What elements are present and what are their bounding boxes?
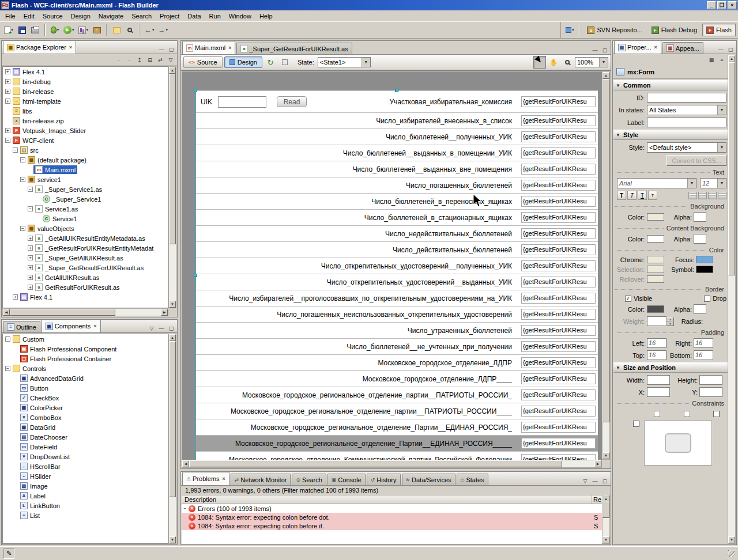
binding-value-field[interactable]: {getResultForUIKResu [521, 212, 596, 223]
state-select[interactable]: <State1> ▼ [318, 57, 371, 67]
canvas-hscrollbar[interactable]: ◀ ▶ [182, 460, 602, 468]
binding-value-field[interactable]: {getResultForUIKResu [521, 293, 596, 304]
zoom-mode-button[interactable] [561, 56, 574, 69]
padding-bottom-field[interactable]: 16 [694, 350, 713, 360]
form-item-label[interactable]: Число_погашенных_бюллетеней [406, 181, 512, 190]
binding-value-field[interactable]: {getResultForUIKResu [521, 260, 596, 271]
expand-icon[interactable]: + [28, 285, 33, 290]
drop-shadow-checkbox[interactable] [704, 296, 710, 302]
problems-vscrollbar[interactable]: ▲ ▼ [602, 495, 610, 544]
id-field[interactable] [647, 93, 726, 103]
scroll-down-icon[interactable]: ▼ [603, 452, 609, 459]
scroll-thumb[interactable] [189, 460, 562, 467]
binding-value-field[interactable]: {getResultForUIKResu [521, 341, 596, 352]
expand-icon[interactable]: + [5, 89, 10, 94]
tree-item[interactable]: ✓CheckBox [3, 393, 168, 403]
tree-item[interactable]: +aGetResultForUIKResult.as [3, 282, 168, 292]
collapse-icon[interactable]: − [5, 366, 10, 371]
align-left-button[interactable] [688, 192, 697, 199]
problem-row[interactable]: ×1084: Syntax error: expecting colon bef… [182, 513, 602, 521]
expand-icon[interactable]: + [13, 294, 18, 300]
tab-main-mxml[interactable]: m Main.mxml × [182, 41, 235, 54]
collapse-icon[interactable]: − [20, 157, 25, 162]
tab-states[interactable]: ◇States [457, 474, 488, 485]
scroll-right-icon[interactable]: ▶ [594, 460, 601, 467]
form-item-label[interactable]: Число_бюллетеней_в_стационарных_ящиках [364, 214, 512, 222]
form-row[interactable]: Число_открепительных_удостоверений__выда… [196, 274, 598, 290]
scroll-left-icon[interactable]: ◀ [182, 460, 189, 467]
tree-item[interactable]: −▦service1 [3, 175, 168, 184]
font-family-select[interactable]: Arial▼ [617, 178, 696, 188]
rollover-color-swatch[interactable] [647, 275, 664, 283]
tree-item[interactable]: mMain.mxml [3, 165, 168, 175]
close-icon[interactable]: × [93, 323, 96, 329]
forward-button[interactable]: →▾ [157, 24, 170, 36]
form-row[interactable]: Число_утраченных_бюллетеней{getResultFor… [196, 323, 598, 339]
scroll-thumb[interactable] [10, 309, 115, 316]
collapse-icon[interactable]: − [182, 506, 189, 511]
section-size-position[interactable]: ▼Size and Position [613, 362, 728, 373]
components-vscrollbar[interactable]: ▲ ▼ [168, 334, 176, 544]
maximize-view-icon[interactable]: ▢ [600, 476, 609, 485]
tab-package-explorer[interactable]: ▦ Package Explorer × [3, 40, 76, 54]
selection-handle[interactable] [194, 89, 197, 92]
minimize-view-icon[interactable]: — [716, 45, 725, 54]
content-background-alpha-field[interactable] [694, 234, 706, 244]
binding-value-field[interactable]: {getResultForUIKResu [521, 96, 596, 107]
visible-checkbox[interactable]: ✓ [625, 296, 631, 302]
bold-button[interactable]: T [617, 191, 626, 200]
form-row[interactable]: Число_бюллетеней__полученных_УИК{getResu… [196, 129, 598, 145]
minimize-view-icon[interactable]: — [157, 324, 166, 332]
column-resource[interactable]: Re [592, 495, 602, 504]
link-with-editor-icon[interactable]: ⇄ [156, 55, 165, 64]
font-size-select[interactable]: 12▼ [700, 178, 726, 188]
profile-button[interactable]: ▾ [77, 24, 91, 36]
border-alpha-field[interactable] [694, 304, 706, 314]
collapse-all-icon[interactable]: ⊟ [145, 55, 155, 64]
form-item-label[interactable]: Число_недействительных_бюллетеней [385, 230, 512, 238]
text-decoration-button[interactable]: T [648, 191, 657, 200]
tree-item[interactable]: ▨Image [3, 481, 168, 491]
tab-history[interactable]: ↺History [367, 474, 401, 485]
align-right-button[interactable] [708, 192, 717, 199]
up-icon[interactable]: ↥ [135, 55, 144, 64]
form-row[interactable]: Число_погашенных_бюллетеней{getResultFor… [196, 177, 598, 194]
tab-search[interactable]: ⊙Search [292, 474, 326, 485]
design-view-button[interactable]: Design [224, 56, 262, 68]
scroll-thumb[interactable] [169, 74, 176, 244]
tree-item[interactable]: +aGetAllUIKResult.as [3, 273, 168, 282]
constraints-preview[interactable] [644, 421, 712, 466]
minimize-editor-icon[interactable]: — [590, 46, 600, 54]
show-surrounding-containers-button[interactable] [278, 56, 291, 69]
form-row[interactable]: Число_бюллетеней_в_переносных_ящиках{get… [196, 194, 598, 210]
resize-grip-icon[interactable] [728, 550, 735, 557]
tree-item[interactable]: +a_Super_GetAllUIKResult.as [3, 253, 168, 263]
perspective-flash-debug[interactable]: FFlash Debug [647, 24, 701, 36]
tab-problems[interactable]: ⚠Problems× [182, 472, 229, 485]
form-item-label[interactable]: Число_утраченных_бюллетеней [408, 327, 512, 335]
tree-item[interactable]: −Custom [3, 334, 168, 344]
package-explorer-hscrollbar[interactable]: ◀ ▶ [2, 308, 168, 316]
open-resource-button[interactable] [123, 24, 136, 36]
binding-value-field[interactable]: {getResultForUIKResu [521, 180, 596, 191]
expand-icon[interactable]: + [5, 79, 10, 84]
tab-super-getresultforuikresult-as[interactable]: a _Super_GetResultForUIKResult.as [236, 43, 352, 54]
tree-item[interactable]: ≡libs [3, 106, 168, 116]
tree-item[interactable]: −▦valueObjects [3, 224, 168, 233]
scroll-up-icon[interactable]: ▲ [603, 72, 609, 79]
close-icon[interactable]: × [69, 44, 72, 50]
scroll-right-icon[interactable]: ▶ [161, 309, 168, 316]
tree-item[interactable]: ↔HScrollBar [3, 461, 168, 471]
tree-item[interactable]: ▩ColorPicker [3, 403, 168, 413]
form-row[interactable]: Число_действительных_бюллетеней{getResul… [196, 242, 598, 258]
tree-item[interactable]: −Controls [3, 364, 168, 373]
form-item-label[interactable]: Число_избирателей_внесенных_в_список [376, 117, 512, 125]
collapse-icon[interactable]: − [20, 177, 25, 182]
align-center-button[interactable] [698, 192, 707, 199]
selection-handle[interactable] [395, 89, 398, 92]
scroll-down-icon[interactable]: ▼ [603, 536, 609, 543]
minimize-view-icon[interactable]: — [590, 476, 600, 485]
form-row[interactable]: Московское_городское_отделение_ЛДПР{getR… [196, 355, 598, 371]
close-icon[interactable]: × [654, 44, 657, 50]
form-row[interactable]: Московское_городское_региональное_отделе… [196, 387, 598, 403]
